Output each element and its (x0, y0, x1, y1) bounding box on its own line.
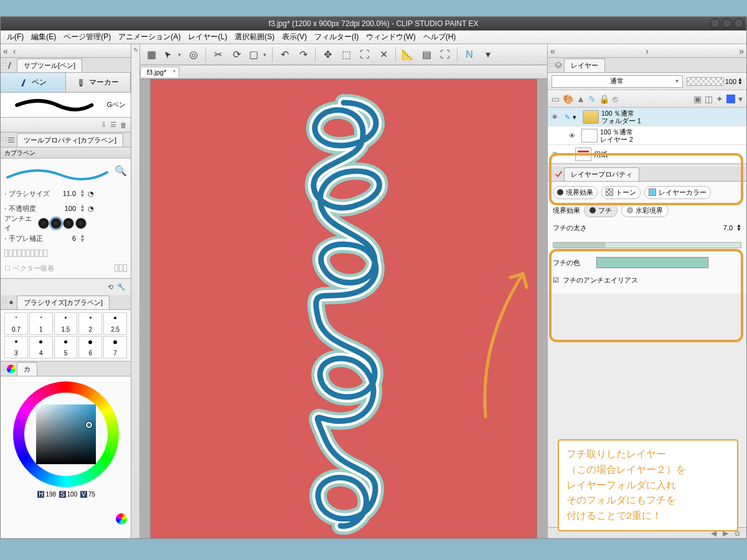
collapse-left-icon[interactable]: « (3, 46, 8, 56)
thickness-slider[interactable] (553, 242, 741, 248)
brush-size-cell[interactable]: 0.7 (4, 312, 28, 335)
brush-size-cell[interactable]: 3 (4, 336, 28, 358)
lpp-tab-color[interactable]: レイヤーカラー (644, 186, 711, 199)
lpp-tab-border[interactable]: 境界効果 (553, 186, 598, 199)
wrench-icon[interactable]: 🔧 (117, 283, 126, 291)
menu-filter[interactable]: フィルター(I) (311, 32, 362, 42)
collapse-right-icon[interactable]: « (550, 46, 555, 56)
color-square[interactable] (36, 404, 96, 464)
antialias-selector[interactable] (38, 218, 87, 229)
border-color-swatch[interactable] (596, 257, 708, 268)
brush-size-cell[interactable]: 1 (29, 312, 53, 335)
clip-icon[interactable]: ◫ (705, 94, 713, 104)
color-mini-icon[interactable] (116, 513, 127, 525)
select-rect-icon[interactable]: ⬚ (337, 46, 355, 63)
opacity-value[interactable]: 100 (55, 205, 77, 212)
menu-page[interactable]: ページ管理(P) (60, 32, 115, 42)
maximize-button[interactable] (722, 18, 732, 28)
doc-icon[interactable]: ☰ (110, 121, 116, 129)
canvas-viewport[interactable] (140, 79, 547, 538)
opacity-slider[interactable] (687, 77, 724, 86)
menu-file[interactable]: ル(F) (3, 32, 27, 42)
checkbox-icon[interactable]: ☑ (553, 276, 559, 284)
spinner-icon[interactable]: ▲▼ (80, 189, 85, 198)
lpp-tab-tone[interactable]: トーン (601, 186, 641, 199)
blend-mode-select[interactable]: 通常 (552, 75, 683, 88)
pressure-icon[interactable]: ◔ (88, 205, 94, 213)
grid2-icon[interactable]: ▤ (418, 46, 435, 63)
menu-view[interactable]: 表示(V) (278, 32, 311, 42)
brush-size-cell[interactable]: 5 (54, 336, 78, 358)
collapse-right2-icon[interactable]: › (646, 46, 649, 56)
redo-icon[interactable]: ↷ (294, 46, 312, 63)
close-button[interactable] (734, 18, 744, 28)
menu-window[interactable]: ウィンドウ(W) (362, 32, 419, 42)
pencil-icon[interactable]: ✎ (588, 94, 596, 104)
lighthouse-icon[interactable]: ▲ (576, 94, 585, 104)
menu-help[interactable]: ヘルプ(H) (420, 32, 460, 42)
canvas-dropdown[interactable]: ▢ (247, 46, 269, 63)
rotate-icon[interactable]: ⟳ (228, 46, 245, 63)
grid-icon[interactable]: ▦ (143, 46, 160, 63)
collapse-right3-icon[interactable]: » (739, 46, 744, 56)
brush-size-cell[interactable]: 2.5 (103, 312, 127, 335)
collapse-left2-icon[interactable]: ‹ (13, 46, 16, 56)
marquee-icon[interactable]: ⛶ (436, 46, 454, 63)
brush-size-cell[interactable]: 4 (29, 336, 53, 358)
brush-size-cell[interactable]: 6 (78, 336, 102, 358)
layer-row-paper[interactable]: 👁 用紙 (548, 145, 746, 164)
mask-icon[interactable]: ▣ (693, 94, 702, 104)
palette-icon[interactable]: 🎨 (563, 94, 573, 104)
menu-edit[interactable]: 編集(E) (27, 32, 60, 42)
stabilize-ticks[interactable] (4, 250, 47, 257)
layer-opacity-value[interactable]: 100 (725, 78, 736, 85)
layer-row[interactable]: 👁 100 ％通常レイヤー 2 (548, 126, 746, 145)
eye-icon[interactable]: 👁 (548, 113, 561, 121)
brush-size-value[interactable]: 11.0 (55, 190, 77, 197)
subtool-pen[interactable]: ペン (1, 73, 66, 92)
cursor-dropdown[interactable] (161, 46, 184, 63)
fx-icon[interactable]: ✦ (716, 94, 723, 104)
spinner-icon[interactable]: ▲▼ (738, 78, 743, 85)
deselect-icon[interactable]: ✕ (375, 46, 392, 63)
pen-tool-icon[interactable]: ✎ (133, 47, 138, 54)
crop-icon[interactable]: ✂ (209, 46, 227, 63)
document-tab[interactable]: f3.jpg* (140, 67, 179, 77)
canvas[interactable] (151, 79, 537, 538)
lock-icon[interactable]: 🔒 (599, 94, 609, 104)
spinner-icon[interactable]: ▲▼ (736, 224, 741, 231)
refresh-icon[interactable]: ⟲ (108, 283, 113, 291)
subtool-marker[interactable]: マーカー (66, 73, 131, 92)
toolbar-more[interactable]: ▾ (479, 46, 497, 63)
transform-icon[interactable]: ⛶ (356, 46, 374, 63)
layer-row-folder[interactable]: 👁 ✎ ▾ 100 ％通常フォルダー 1 (548, 108, 746, 126)
eye-icon[interactable]: 👁 (565, 132, 579, 139)
spiral-icon[interactable]: ◎ (185, 46, 202, 63)
brush-size-cell[interactable]: 7 (103, 336, 127, 358)
move-icon[interactable]: ✥ (319, 46, 336, 63)
spinner-icon[interactable]: ▲▼ (80, 204, 85, 213)
thickness-value[interactable]: 7.0 (723, 224, 733, 231)
menu-select[interactable]: 選択範囲(S) (231, 32, 278, 42)
magnify-icon[interactable]: 🔍 (115, 165, 127, 177)
eye-icon[interactable]: 👁 (548, 151, 561, 158)
brush-size-cell[interactable]: 1.5 (54, 312, 78, 335)
pressure-icon[interactable]: ◔ (88, 190, 94, 198)
brush-preview[interactable]: Gペン (1, 93, 131, 118)
menu-layer[interactable]: レイヤー(L) (184, 32, 231, 42)
link-icon[interactable]: ⎋ (613, 94, 618, 104)
download-icon[interactable]: ⇩ (101, 121, 106, 129)
stabilize-value[interactable]: 6 (55, 235, 77, 242)
undo-icon[interactable]: ↶ (276, 46, 293, 63)
color-box-icon[interactable] (726, 95, 735, 103)
spinner-icon[interactable]: ▲▼ (80, 234, 85, 243)
seg-fuchi[interactable]: フチ (584, 204, 618, 217)
menu-animation[interactable]: アニメーション(A) (115, 32, 184, 42)
brush-size-cell[interactable]: 2 (78, 312, 102, 335)
trash-icon[interactable]: 🗑 (120, 121, 127, 129)
ruler-icon[interactable]: 📐 (399, 46, 416, 63)
check-icon[interactable]: ▭ (552, 94, 560, 104)
snap-icon[interactable]: N (461, 46, 478, 63)
minimize-button[interactable] (710, 18, 720, 28)
seg-watercolor[interactable]: 水彩境界 (621, 204, 669, 217)
